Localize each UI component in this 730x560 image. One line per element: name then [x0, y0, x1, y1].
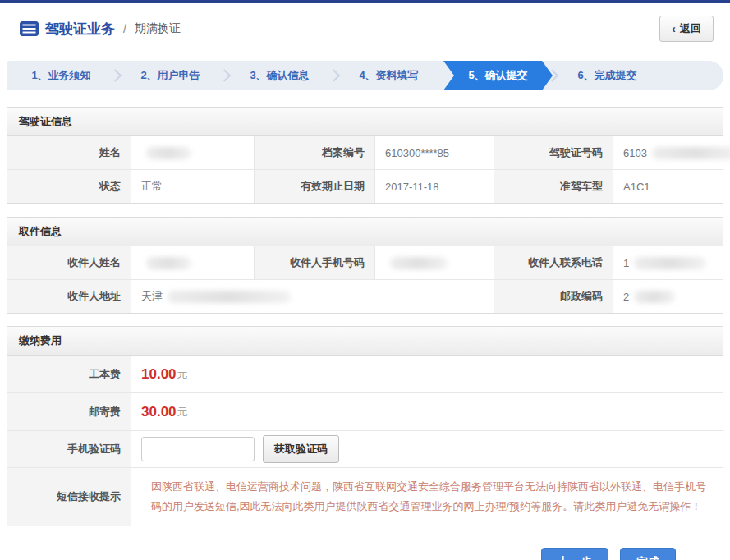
breadcrumb-current: 期满换证: [135, 21, 181, 36]
section-title: 驾驶证信息: [7, 108, 723, 136]
license-number-value: 6103 (: [613, 136, 730, 169]
table-row: 邮寄费 30.00 元: [7, 392, 723, 430]
footer-actions: 上一步 完成: [0, 526, 730, 560]
table-row: 状态 正常 有效期止日期 2017-11-18 准驾车型 A1C1: [7, 169, 723, 203]
step-2-declaration[interactable]: 2、用户申告: [116, 61, 225, 90]
vehicle-class-label: 准驾车型: [494, 170, 613, 203]
postal-code-label: 邮政编码: [494, 280, 613, 313]
recipient-address-prefix: 天津: [141, 289, 163, 304]
breadcrumb-divider: /: [123, 22, 126, 35]
postage-fee-value: 30.00 元: [131, 393, 723, 430]
section-title: 缴纳费用: [7, 327, 723, 356]
step-label: 2、用户申告: [140, 68, 200, 83]
table-row: 手机验证码 获取验证码: [7, 430, 723, 467]
redacted-blur: [390, 257, 448, 269]
currency-unit: 元: [177, 405, 188, 420]
table-row: 工本费 10.00 元: [7, 356, 723, 392]
license-number-label: 驾驶证号码: [494, 136, 613, 169]
production-fee-value: 10.00 元: [131, 356, 723, 392]
file-number-label: 档案编号: [254, 136, 374, 169]
previous-step-button[interactable]: 上一步: [541, 548, 608, 560]
currency-unit: 元: [177, 367, 188, 382]
production-fee-label: 工本费: [7, 356, 131, 392]
postage-fee-amount: 30.00: [141, 404, 177, 420]
name-label: 姓名: [7, 136, 131, 169]
sms-code-input[interactable]: [141, 437, 255, 461]
step-label: 5、确认提交: [468, 68, 527, 83]
back-button[interactable]: ‹ 返回: [659, 16, 714, 42]
step-4-fill-data[interactable]: 4、资料填写: [334, 61, 443, 90]
sms-notice-cell: 因陕西省联通、电信运营商技术问题，陕西省互联网交通安全综合服务管理平台无法向持陕…: [131, 468, 723, 526]
postal-code-value: 2: [613, 280, 723, 313]
table-row: 收件人姓名 收件人手机号码 收件人联系电话 1: [7, 246, 723, 279]
table-row: 姓名 档案编号 610300****85 驾驶证号码 6103 (: [7, 136, 723, 169]
recipient-tel-value: 1: [613, 246, 723, 279]
license-number-prefix: 6103: [623, 147, 647, 159]
pickup-info-section: 取件信息 收件人姓名 收件人手机号码 收件人联系电话 1 收件人地址 天津 邮政…: [7, 217, 723, 314]
step-5-confirm-submit-active[interactable]: 5、确认提交: [443, 61, 553, 90]
back-arrow-icon: ‹: [672, 22, 676, 35]
redacted-blur: [634, 257, 706, 269]
step-label: 6、完成提交: [577, 68, 636, 83]
expiry-value: 2017-11-18: [374, 170, 494, 203]
step-label: 4、资料填写: [359, 68, 418, 83]
step-3-confirm-info[interactable]: 3、确认信息: [225, 61, 334, 90]
status-label: 状态: [7, 170, 131, 203]
page-header: 驾驶证业务 / 期满换证 ‹ 返回: [0, 3, 730, 53]
redacted-blur: [652, 147, 730, 159]
step-wizard: 1、业务须知 2、用户申告 3、确认信息 4、资料填写 5、确认提交 6、完成提…: [7, 61, 723, 90]
redacted-blur: [146, 257, 191, 269]
sms-code-cell: 获取验证码: [131, 431, 723, 467]
recipient-tel-prefix: 1: [623, 257, 629, 269]
recipient-address-label: 收件人地址: [7, 280, 131, 313]
step-1-notice[interactable]: 1、业务须知: [7, 61, 116, 90]
step-bar-filler: [662, 61, 723, 90]
recipient-mobile-value: [374, 246, 494, 279]
expiry-label: 有效期止日期: [254, 170, 374, 203]
finish-button[interactable]: 完成: [620, 548, 676, 560]
step-6-complete[interactable]: 6、完成提交: [553, 61, 662, 90]
table-row: 收件人地址 天津 邮政编码 2: [7, 279, 723, 313]
redacted-blur: [634, 291, 675, 303]
step-label: 3、确认信息: [250, 68, 309, 83]
production-fee-amount: 10.00: [141, 366, 177, 383]
redacted-blur: [146, 147, 191, 159]
back-button-label: 返回: [680, 21, 701, 36]
sms-code-label: 手机验证码: [7, 431, 131, 467]
postal-code-prefix: 2: [623, 291, 629, 303]
fees-section: 缴纳费用 工本费 10.00 元 邮寄费 30.00 元 手机验证码 获取验证码…: [7, 326, 723, 526]
step-label: 1、业务须知: [31, 68, 90, 83]
list-icon: [20, 21, 39, 36]
redacted-blur: [168, 291, 291, 303]
recipient-address-value: 天津: [131, 280, 494, 313]
file-number-value: 610300****85: [374, 136, 494, 169]
recipient-tel-label: 收件人联系电话: [494, 246, 613, 279]
section-title: 取件信息: [7, 218, 723, 246]
recipient-name-label: 收件人姓名: [7, 246, 131, 279]
name-value: [131, 136, 254, 169]
license-info-section: 驾驶证信息 姓名 档案编号 610300****85 驾驶证号码 6103 ( …: [7, 107, 723, 204]
postage-fee-label: 邮寄费: [7, 393, 131, 430]
table-row: 短信接收提示 因陕西省联通、电信运营商技术问题，陕西省互联网交通安全综合服务管理…: [7, 467, 723, 526]
get-sms-code-button[interactable]: 获取验证码: [263, 435, 339, 463]
recipient-name-value: [131, 246, 254, 279]
page-title: 驾驶证业务: [45, 20, 115, 39]
recipient-mobile-label: 收件人手机号码: [254, 246, 374, 279]
sms-notice-text: 因陕西省联通、电信运营商技术问题，陕西省互联网交通安全综合服务管理平台无法向持陕…: [141, 469, 723, 525]
vehicle-class-value: A1C1: [613, 170, 723, 203]
sms-notice-label: 短信接收提示: [7, 468, 131, 526]
status-value: 正常: [131, 170, 254, 203]
